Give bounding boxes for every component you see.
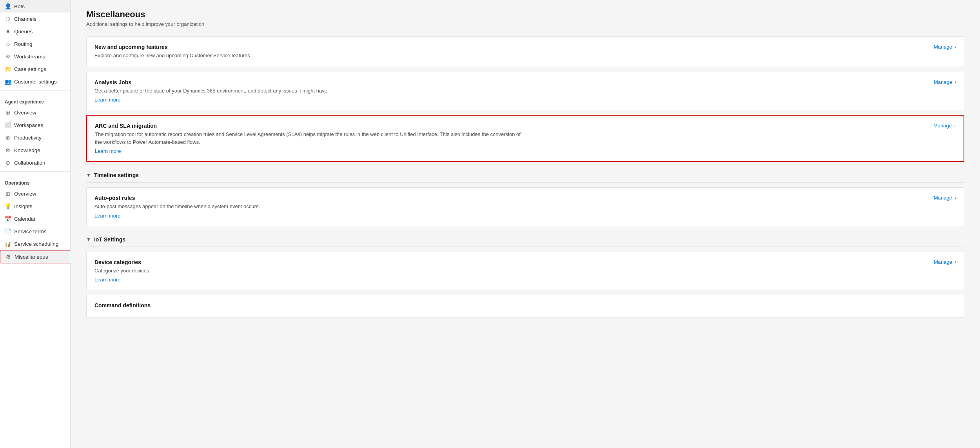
manage-device-categories-chevron: › bbox=[955, 259, 956, 265]
op-miscellaneous-icon: ⚙ bbox=[5, 254, 11, 260]
card-auto-post: Auto-post rules Auto-post messages appea… bbox=[86, 187, 964, 226]
card-new-upcoming: New and upcoming features Explore and co… bbox=[86, 36, 964, 67]
sidebar-item-channels[interactable]: ⬡ Channels bbox=[0, 13, 70, 25]
sidebar-item-op-calendar[interactable]: 📅 Calendar bbox=[0, 212, 70, 225]
card-command-definitions-title: Command definitions bbox=[94, 302, 956, 308]
timeline-settings-header[interactable]: ▼ Timeline settings bbox=[86, 167, 964, 183]
card-auto-post-title: Auto-post rules bbox=[94, 195, 924, 201]
card-new-upcoming-desc: Explore and configure new and upcoming C… bbox=[94, 52, 526, 60]
sidebar-item-workstreams[interactable]: ⚙ Workstreams bbox=[0, 50, 70, 63]
card-arc-sla: ARC and SLA migration The migration tool… bbox=[86, 115, 964, 162]
timeline-settings-label: Timeline settings bbox=[94, 172, 139, 178]
sidebar-label-channels: Channels bbox=[14, 16, 36, 22]
card-analysis-jobs: Analysis Jobs Get a better picture of th… bbox=[86, 72, 964, 111]
sidebar-label-ae-workspaces: Workspaces bbox=[14, 122, 43, 128]
case-settings-icon: 📁 bbox=[5, 66, 11, 72]
operations-header: Operations bbox=[0, 176, 70, 187]
sidebar-label-bots: Bots bbox=[14, 4, 25, 9]
sidebar-item-ae-collaboration[interactable]: ⊙ Collaboration bbox=[0, 156, 70, 169]
page-subtitle: Additional settings to help improve your… bbox=[86, 21, 964, 27]
manage-auto-post-button[interactable]: Manage › bbox=[934, 195, 956, 201]
sidebar-label-workstreams: Workstreams bbox=[14, 54, 45, 60]
page-title: Miscellaneous bbox=[86, 9, 964, 20]
sidebar-item-bots[interactable]: 👤 Bots bbox=[0, 0, 70, 13]
sidebar-item-op-service-scheduling[interactable]: 📊 Service scheduling bbox=[0, 238, 70, 250]
sidebar-item-queues[interactable]: ≡ Queues bbox=[0, 25, 70, 38]
sidebar-item-case-settings[interactable]: 📁 Case settings bbox=[0, 63, 70, 75]
sidebar-label-op-miscellaneous: Miscellaneous bbox=[15, 254, 48, 260]
sidebar-item-op-overview[interactable]: ⊞ Overview bbox=[0, 187, 70, 200]
manage-new-upcoming-button[interactable]: Manage › bbox=[934, 44, 956, 50]
iot-chevron-icon: ▼ bbox=[86, 237, 91, 242]
channels-icon: ⬡ bbox=[5, 16, 11, 22]
queues-icon: ≡ bbox=[5, 28, 11, 34]
sidebar-item-ae-productivity[interactable]: ⊕ Productivity bbox=[0, 131, 70, 144]
sidebar-label-customer-settings: Customer settings bbox=[14, 79, 57, 85]
agent-experience-header: Agent experience bbox=[0, 95, 70, 106]
sidebar-item-ae-knowledge[interactable]: ⊗ Knowledge bbox=[0, 144, 70, 156]
routing-icon: ◇ bbox=[5, 41, 11, 47]
sidebar-item-op-insights[interactable]: 💡 Insights bbox=[0, 200, 70, 212]
card-auto-post-desc: Auto-post messages appear on the timelin… bbox=[94, 203, 526, 210]
divider-2 bbox=[0, 171, 70, 172]
sidebar-label-ae-overview: Overview bbox=[14, 110, 36, 116]
sidebar-label-op-insights: Insights bbox=[14, 203, 33, 209]
op-overview-icon: ⊞ bbox=[5, 190, 11, 197]
manage-analysis-jobs-button[interactable]: Manage › bbox=[934, 79, 956, 85]
sidebar-label-ae-productivity: Productivity bbox=[14, 135, 42, 141]
sidebar-label-ae-collaboration: Collaboration bbox=[14, 160, 45, 166]
card-arc-sla-content: ARC and SLA migration The migration tool… bbox=[95, 123, 924, 154]
arc-sla-learn-more-link[interactable]: Learn more bbox=[95, 148, 924, 154]
card-auto-post-content: Auto-post rules Auto-post messages appea… bbox=[94, 195, 924, 219]
bots-icon: 👤 bbox=[5, 3, 11, 9]
card-device-categories: Device categories Categorize your device… bbox=[86, 252, 964, 290]
manage-device-categories-button[interactable]: Manage › bbox=[934, 259, 956, 265]
device-categories-learn-more-link[interactable]: Learn more bbox=[94, 277, 924, 283]
ae-overview-icon: ⊞ bbox=[5, 109, 11, 116]
op-insights-icon: 💡 bbox=[5, 203, 11, 209]
iot-settings-label: IoT Settings bbox=[94, 236, 125, 243]
manage-arc-sla-button[interactable]: Manage › bbox=[933, 123, 956, 129]
timeline-chevron-icon: ▼ bbox=[86, 172, 91, 178]
auto-post-learn-more-link[interactable]: Learn more bbox=[94, 213, 924, 219]
sidebar: 👤 Bots ⬡ Channels ≡ Queues ◇ Routing ⚙ W… bbox=[0, 0, 71, 448]
card-new-upcoming-title: New and upcoming features bbox=[94, 44, 924, 50]
card-device-categories-title: Device categories bbox=[94, 259, 924, 265]
customer-settings-icon: 👥 bbox=[5, 78, 11, 85]
sidebar-label-op-service-terms: Service terms bbox=[14, 229, 47, 234]
workstreams-icon: ⚙ bbox=[5, 53, 11, 60]
card-analysis-jobs-title: Analysis Jobs bbox=[94, 79, 924, 85]
sidebar-label-case-settings: Case settings bbox=[14, 66, 46, 72]
card-arc-sla-title: ARC and SLA migration bbox=[95, 123, 924, 129]
sidebar-label-ae-knowledge: Knowledge bbox=[14, 147, 40, 153]
ae-workspaces-icon: ⬜ bbox=[5, 122, 11, 128]
op-service-scheduling-icon: 📊 bbox=[5, 241, 11, 247]
sidebar-label-queues: Queues bbox=[14, 29, 33, 34]
manage-auto-post-chevron: › bbox=[955, 195, 956, 201]
iot-settings-header[interactable]: ▼ IoT Settings bbox=[86, 231, 964, 247]
main-content: Miscellaneous Additional settings to hel… bbox=[71, 0, 980, 448]
op-calendar-icon: 📅 bbox=[5, 216, 11, 222]
sidebar-item-customer-settings[interactable]: 👥 Customer settings bbox=[0, 75, 70, 88]
sidebar-label-op-calendar: Calendar bbox=[14, 216, 36, 222]
sidebar-item-routing[interactable]: ◇ Routing bbox=[0, 38, 70, 50]
sidebar-label-op-overview: Overview bbox=[14, 191, 36, 197]
card-analysis-jobs-desc: Get a better picture of the state of you… bbox=[94, 87, 526, 95]
sidebar-label-routing: Routing bbox=[14, 41, 33, 47]
sidebar-item-ae-overview[interactable]: ⊞ Overview bbox=[0, 106, 70, 119]
card-command-definitions: Command definitions bbox=[86, 295, 964, 317]
analysis-jobs-learn-more-link[interactable]: Learn more bbox=[94, 97, 924, 103]
card-command-definitions-content: Command definitions bbox=[94, 302, 956, 310]
ae-collaboration-icon: ⊙ bbox=[5, 160, 11, 166]
card-analysis-jobs-content: Analysis Jobs Get a better picture of th… bbox=[94, 79, 924, 103]
card-new-upcoming-content: New and upcoming features Explore and co… bbox=[94, 44, 924, 60]
sidebar-item-op-miscellaneous[interactable]: ⚙ Miscellaneous bbox=[0, 250, 70, 263]
manage-analysis-jobs-chevron: › bbox=[955, 79, 956, 85]
manage-arc-sla-chevron: › bbox=[954, 123, 956, 129]
op-service-terms-icon: 📄 bbox=[5, 228, 11, 234]
card-device-categories-desc: Categorize your devices. bbox=[94, 267, 526, 275]
sidebar-item-ae-workspaces[interactable]: ⬜ Workspaces bbox=[0, 119, 70, 131]
manage-new-upcoming-chevron: › bbox=[955, 44, 956, 50]
sidebar-item-op-service-terms[interactable]: 📄 Service terms bbox=[0, 225, 70, 238]
ae-productivity-icon: ⊕ bbox=[5, 134, 11, 141]
